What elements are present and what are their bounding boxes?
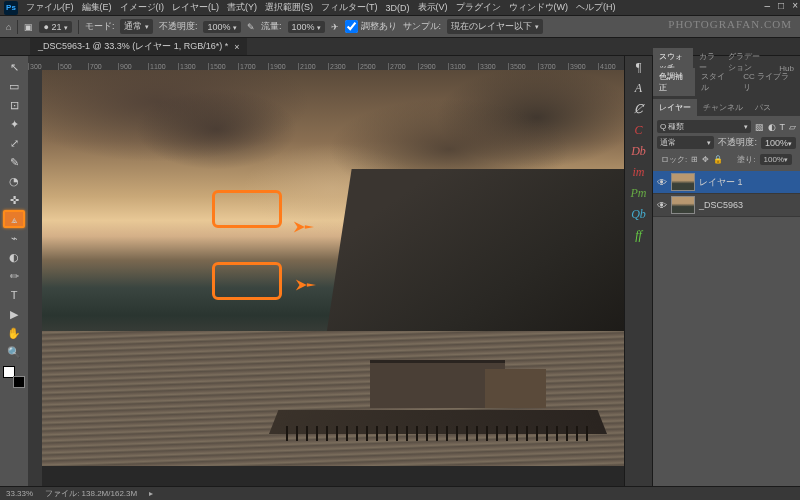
path-tool[interactable]: ▶ xyxy=(3,305,25,323)
opacity-field[interactable]: 100% ▾ xyxy=(203,21,241,33)
tool-preset-icon[interactable]: ▣ xyxy=(24,22,33,32)
menu-type[interactable]: 書式(Y) xyxy=(227,1,257,14)
lock-position-icon[interactable]: ✥ xyxy=(702,155,709,164)
zoom-tool[interactable]: 🔍 xyxy=(3,343,25,361)
marquee-tool[interactable]: ▭ xyxy=(3,77,25,95)
menu-edit[interactable]: 編集(E) xyxy=(82,1,112,14)
glyph-panel-icon[interactable]: Ȼ xyxy=(634,102,643,117)
layer-row[interactable]: 👁 レイヤー 1 xyxy=(653,171,800,194)
history-brush-tool[interactable]: ⌁ xyxy=(3,229,25,247)
styles-pm-icon[interactable]: Pm xyxy=(631,186,647,201)
annotation-box-1 xyxy=(212,190,282,228)
minimize-button[interactable]: – xyxy=(765,0,771,11)
blend-mode[interactable]: 通常▾ xyxy=(657,136,714,149)
home-icon[interactable]: ⌂ xyxy=(6,22,11,32)
filter-pixel-icon[interactable]: ▧ xyxy=(755,122,764,132)
menu-file[interactable]: ファイル(F) xyxy=(26,1,74,14)
styles-im-icon[interactable]: im xyxy=(633,165,645,180)
crop-tool[interactable]: ⤢ xyxy=(3,134,25,152)
type-tool[interactable]: T xyxy=(3,286,25,304)
layer-thumbnail[interactable] xyxy=(671,196,695,214)
statusbar-chevron-icon[interactable]: ▸ xyxy=(149,489,153,498)
menu-plugin[interactable]: プラグイン xyxy=(456,1,501,14)
ruler-vertical[interactable] xyxy=(28,70,42,486)
menu-layer[interactable]: レイヤー(L) xyxy=(172,1,219,14)
character-panel-icon[interactable]: A xyxy=(635,81,642,96)
layer-name[interactable]: レイヤー 1 xyxy=(699,176,743,189)
lock-label: ロック: xyxy=(661,154,687,165)
watermark: PHOTOGRAFAN.COM xyxy=(668,18,792,30)
eraser-tool[interactable]: ◐ xyxy=(3,248,25,266)
hand-tool[interactable]: ✋ xyxy=(3,324,25,342)
lock-all-icon[interactable]: 🔒 xyxy=(713,155,723,164)
sample-label: サンプル: xyxy=(403,20,442,33)
menu-help[interactable]: ヘルプ(H) xyxy=(576,1,616,14)
canvas[interactable] xyxy=(42,70,624,486)
filter-shape-icon[interactable]: ▱ xyxy=(789,122,796,132)
paragraph-panel-icon[interactable]: ¶ xyxy=(635,60,641,75)
brush-tool[interactable]: ✜ xyxy=(3,191,25,209)
styles-c-icon[interactable]: C xyxy=(634,123,642,138)
layer-opacity[interactable]: 100%▾ xyxy=(761,137,796,149)
brush-preset[interactable]: ● 21 ▾ xyxy=(39,21,71,33)
eyedropper-tool[interactable]: ✎ xyxy=(3,153,25,171)
styles-db-icon[interactable]: Db xyxy=(631,144,646,159)
menu-filter[interactable]: フィルター(T) xyxy=(321,1,378,14)
annotation-box-2 xyxy=(212,262,282,300)
menu-image[interactable]: イメージ(I) xyxy=(120,1,165,14)
tab-channels[interactable]: チャンネル xyxy=(697,99,749,116)
move-tool[interactable]: ↖ xyxy=(3,58,25,76)
document-image[interactable] xyxy=(42,70,624,466)
heal-tool[interactable]: ◔ xyxy=(3,172,25,190)
mode-select[interactable]: 通常 ▾ xyxy=(120,19,153,34)
layers-panel: Q 種類▾ ▧ ◐ T ▱ 通常▾ 不透明度: 100%▾ ロック: ⊞ ✥ 🔒… xyxy=(653,116,800,171)
pressure-opacity-icon[interactable]: ✎ xyxy=(247,22,255,32)
document-tab-label: _DSC5963-1 @ 33.3% (レイヤー 1, RGB/16*) * xyxy=(38,40,228,53)
layer-filter[interactable]: Q 種類▾ xyxy=(657,120,751,133)
layers-tabstrip: レイヤー チャンネル パス xyxy=(653,96,800,116)
window-controls: – □ × xyxy=(765,0,798,11)
maximize-button[interactable]: □ xyxy=(778,0,784,11)
layer-row[interactable]: 👁 _DSC5963 xyxy=(653,194,800,217)
layer-thumbnail[interactable] xyxy=(671,173,695,191)
visibility-icon[interactable]: 👁 xyxy=(657,200,667,211)
zoom-level[interactable]: 33.33% xyxy=(6,489,33,498)
aligned-label: 調整あり xyxy=(361,21,397,31)
layer-name[interactable]: _DSC5963 xyxy=(699,200,743,210)
menu-window[interactable]: ウィンドウ(W) xyxy=(509,1,569,14)
airbrush-icon[interactable]: ✈ xyxy=(331,22,339,32)
styles-qb-icon[interactable]: Qb xyxy=(631,207,646,222)
layer-fill[interactable]: 100%▾ xyxy=(760,154,792,165)
lock-pixels-icon[interactable]: ⊞ xyxy=(691,155,698,164)
flow-field[interactable]: 100% ▾ xyxy=(288,21,326,33)
color-swatch[interactable] xyxy=(3,366,25,388)
tab-layers[interactable]: レイヤー xyxy=(653,99,697,116)
tab-styles[interactable]: スタイル xyxy=(695,68,737,96)
lasso-tool[interactable]: ⊡ xyxy=(3,96,25,114)
gradient-tool[interactable]: ✏ xyxy=(3,267,25,285)
sample-select[interactable]: 現在のレイヤー以下 ▾ xyxy=(447,19,543,34)
menu-3d[interactable]: 3D(D) xyxy=(386,3,410,13)
annotation-arrow-2 xyxy=(294,274,316,296)
filter-adjust-icon[interactable]: ◐ xyxy=(768,122,776,132)
document-tab[interactable]: _DSC5963-1 @ 33.3% (レイヤー 1, RGB/16*) * × xyxy=(30,38,247,55)
opacity-label: 不透明度: xyxy=(159,20,198,33)
clone-stamp-tool[interactable]: ⟁ xyxy=(3,210,25,228)
annotation-arrow-1 xyxy=(292,216,314,238)
styles-ff-icon[interactable]: ff xyxy=(635,228,642,243)
app-icon: Ps xyxy=(4,1,18,15)
tab-close-icon[interactable]: × xyxy=(234,42,239,52)
file-info: ファイル: 138.2M/162.3M xyxy=(45,488,137,499)
tab-cclib[interactable]: CC ライブラリ xyxy=(737,68,800,96)
wand-tool[interactable]: ✦ xyxy=(3,115,25,133)
menu-view[interactable]: 表示(V) xyxy=(418,1,448,14)
tab-adjustments[interactable]: 色調補正 xyxy=(653,68,695,96)
close-button[interactable]: × xyxy=(792,0,798,11)
aligned-checkbox[interactable] xyxy=(345,20,358,33)
menu-select[interactable]: 選択範囲(S) xyxy=(265,1,313,14)
visibility-icon[interactable]: 👁 xyxy=(657,177,667,188)
tab-paths[interactable]: パス xyxy=(749,99,777,116)
ruler-horizontal[interactable]: 3005007009001100130015001700190021002300… xyxy=(28,56,624,70)
mode-label: モード: xyxy=(85,20,115,33)
filter-type-icon[interactable]: T xyxy=(780,122,786,132)
